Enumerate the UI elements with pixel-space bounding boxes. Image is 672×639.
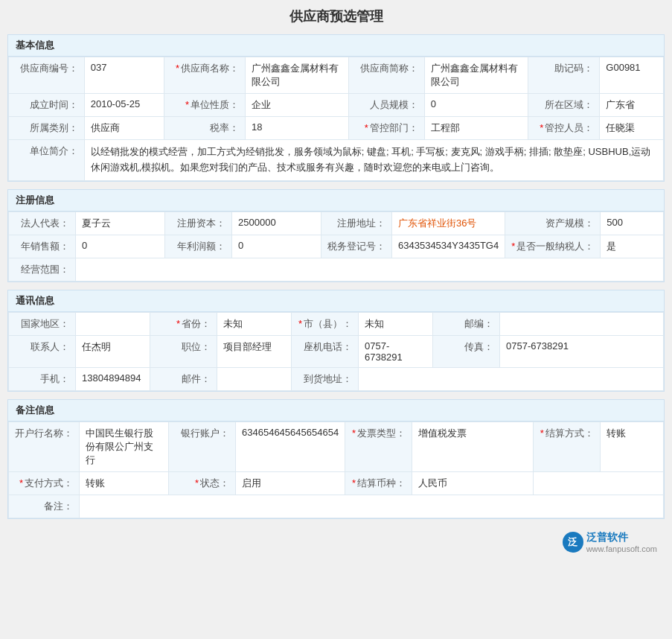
required-star: * (352, 477, 356, 489)
phone-label: 座机电话： (292, 335, 359, 367)
supplier-abbr-label: 供应商简称： (349, 57, 425, 94)
invoice-type-label: *发票类型： (345, 422, 412, 471)
general-taxpayer-value: 是 (601, 235, 664, 258)
intro-label: 单位简介： (9, 140, 85, 181)
remark-info-header: 备注信息 (8, 400, 664, 422)
staff-size-value: 0 (424, 94, 528, 117)
required-star: * (352, 427, 356, 439)
tax-rate-value: 18 (245, 117, 348, 140)
delivery-value (359, 367, 664, 390)
region-label: 所在区域： (528, 94, 599, 117)
contact-label: 联系人： (9, 335, 76, 367)
contact-info-header: 通讯信息 (8, 290, 664, 312)
status-label: *状态： (169, 471, 236, 495)
manager-label: *管控人员： (528, 117, 599, 140)
register-info-table: 法人代表： 夏子云 注册资本： 2500000 注册地址： 广东省祥业街36号 … (8, 212, 664, 282)
required-star: * (185, 99, 189, 110)
tax-rate-label: 税率： (164, 117, 245, 140)
brand-url: www.fanpusoft.com (586, 544, 657, 553)
reg-capital-value: 2500000 (232, 212, 321, 235)
table-row: 经营范围： (9, 258, 664, 281)
required-star: * (195, 477, 199, 489)
unit-nature-value: 企业 (245, 94, 348, 117)
position-label: 职位： (150, 335, 217, 367)
zip-label: 邮编： (433, 312, 500, 335)
supplier-name-value: 广州鑫鑫金属材料有限公司 (245, 57, 348, 94)
required-star: * (176, 318, 180, 329)
legal-rep-value: 夏子云 (76, 212, 165, 235)
required-star: * (19, 477, 23, 489)
contact-info-section: 通讯信息 国家地区： *省份： 未知 *市（县）： 未知 邮编： 联系人： 任杰… (7, 290, 665, 392)
table-row: *支付方式： 转账 *状态： 启用 *结算币种： 人民币 (9, 471, 664, 495)
register-info-section: 注册信息 法人代表： 夏子云 注册资本： 2500000 注册地址： 广东省祥业… (7, 189, 665, 282)
annual-sales-label: 年销售额： (9, 235, 76, 258)
general-taxpayer-label: *是否一般纳税人： (505, 235, 601, 258)
table-row: 法人代表： 夏子云 注册资本： 2500000 注册地址： 广东省祥业街36号 … (9, 212, 664, 235)
unit-nature-label: *单位性质： (164, 94, 245, 117)
tax-no-value: 6343534534Y3435TG4 (392, 235, 505, 258)
payment-method-value: 转账 (80, 471, 169, 495)
region-value: 广东省 (600, 94, 664, 117)
delivery-label: 到货地址： (292, 367, 359, 390)
fax-value: 0757-6738291 (500, 335, 664, 367)
table-row: 所属类别： 供应商 税率： 18 *管控部门： 工程部 *管控人员： 任晓渠 (9, 117, 664, 140)
business-scope-value (76, 258, 664, 281)
annual-profit-value: 0 (232, 235, 321, 258)
contact-value: 任杰明 (76, 335, 150, 367)
fax-label: 传真： (433, 335, 500, 367)
logo-area: 泛 泛普软件 www.fanpusoft.com (563, 531, 657, 553)
supplier-abbr-value: 广州鑫鑫金属材料有限公司 (424, 57, 528, 94)
logo-icon: 泛 (563, 532, 583, 553)
reg-addr-value: 广东省祥业街36号 (392, 212, 505, 235)
brand-name: 泛普软件 (586, 531, 657, 544)
dept-label: *管控部门： (349, 117, 425, 140)
invoice-type-value: 增值税发票 (412, 422, 534, 471)
required-star: * (540, 427, 544, 439)
legal-rep-label: 法人代表： (9, 212, 76, 235)
remark-label: 备注： (9, 495, 80, 518)
bank-account-label: 银行账户： (169, 422, 236, 471)
established-label: 成立时间： (9, 94, 85, 117)
register-info-header: 注册信息 (8, 190, 664, 212)
required-star: * (176, 63, 179, 74)
intro-value: 以经销批发的模式经营，加工方式为经销批发，服务领域为鼠标; 键盘; 耳机; 手写… (84, 140, 663, 181)
city-label: *市（县）： (292, 312, 359, 335)
province-label: *省份： (150, 312, 217, 335)
required-star: * (365, 122, 368, 133)
page-title: 供应商预选管理 (7, 7, 665, 25)
tax-no-label: 税务登记号： (321, 235, 392, 258)
settlement-value: 转账 (600, 422, 663, 471)
bank-name-label: 开户行名称： (9, 422, 80, 471)
table-row: 单位简介： 以经销批发的模式经营，加工方式为经销批发，服务领域为鼠标; 键盘; … (9, 140, 664, 181)
contact-info-table: 国家地区： *省份： 未知 *市（县）： 未知 邮编： 联系人： 任杰明 职位：… (8, 312, 664, 391)
business-scope-label: 经营范围： (9, 258, 76, 281)
status-value: 启用 (236, 471, 345, 495)
supplier-name-label: *供应商名称： (164, 57, 245, 94)
supplier-no-value: 037 (84, 57, 164, 94)
table-row: 国家地区： *省份： 未知 *市（县）： 未知 邮编： (9, 312, 664, 335)
table-row: 开户行名称： 中国民生银行股份有限公广州支行 银行账户： 63465464564… (9, 422, 664, 471)
basic-info-table: 供应商编号： 037 *供应商名称： 广州鑫鑫金属材料有限公司 供应商简称： 广… (8, 57, 664, 181)
position-value: 项目部经理 (217, 335, 292, 367)
asset-scale-value: 500 (601, 212, 664, 235)
memo-code-value: G00981 (600, 57, 664, 94)
staff-size-label: 人员规模： (349, 94, 425, 117)
province-value: 未知 (217, 312, 292, 335)
category-value: 供应商 (84, 117, 164, 140)
required-star: * (511, 241, 515, 252)
table-row: 成立时间： 2010-05-25 *单位性质： 企业 人员规模： 0 所在区域：… (9, 94, 664, 117)
country-value (76, 312, 150, 335)
mobile-label: 手机： (9, 367, 76, 390)
required-star: * (298, 318, 302, 329)
established-value: 2010-05-25 (84, 94, 164, 117)
supplier-no-label: 供应商编号： (9, 57, 85, 94)
annual-profit-label: 年利润额： (165, 235, 232, 258)
table-row: 联系人： 任杰明 职位： 项目部经理 座机电话： 0757-6738291 传真… (9, 335, 664, 367)
table-row: 备注： (9, 495, 664, 518)
table-row: 供应商编号： 037 *供应商名称： 广州鑫鑫金属材料有限公司 供应商简称： 广… (9, 57, 664, 94)
remark-info-table: 开户行名称： 中国民生银行股份有限公广州支行 银行账户： 63465464564… (8, 422, 664, 518)
settlement-label: *结算方式： (533, 422, 600, 471)
currency-value: 人民币 (412, 471, 534, 495)
bank-account-value: 634654645645654654 (236, 422, 345, 471)
email-value (217, 367, 292, 390)
